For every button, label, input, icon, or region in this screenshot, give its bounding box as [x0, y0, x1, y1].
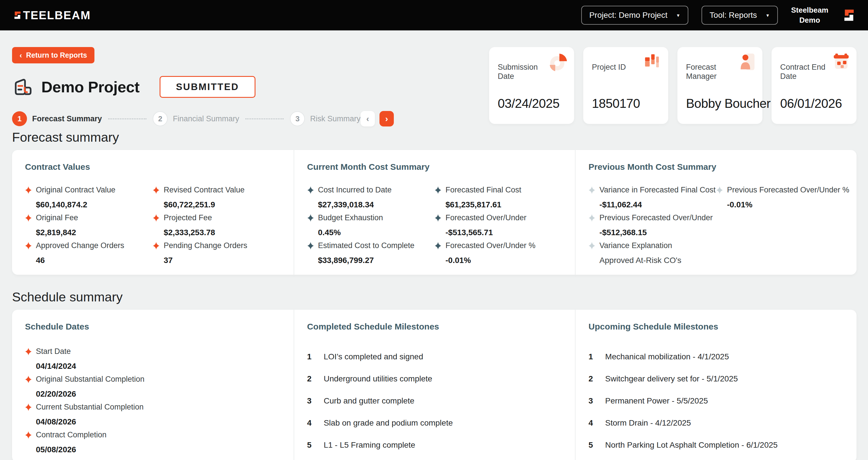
info-card-label: Submission Date [498, 63, 552, 81]
kv-value: $60,140,874.2 [36, 200, 153, 209]
milestone-number: 1 [588, 352, 595, 361]
chevron-left-icon: ‹ [366, 114, 369, 124]
milestone-text: Underground utilities complete [324, 374, 432, 384]
milestone-number: 3 [588, 396, 595, 405]
milestone-number: 2 [588, 374, 595, 384]
milestone-row: 1 LOI’s completed and signed [307, 352, 562, 361]
star-icon [307, 242, 314, 250]
kv-label: Contract Completion [36, 430, 106, 439]
kv-estimated-cost-to-complete: Estimated Cost to Complete $33,896,799.2… [307, 241, 435, 265]
step-1-forecast-summary[interactable]: 1 [12, 111, 27, 126]
kv-value: 04/08/2026 [36, 417, 281, 426]
milestone-text: Mechanical mobilization - 4/1/2025 [605, 352, 729, 361]
chevron-left-icon: ‹ [20, 52, 22, 59]
tool-selector-dropdown[interactable]: Tool: Reports ▼ [702, 6, 778, 25]
star-icon [435, 187, 441, 194]
next-step-button[interactable]: › [379, 111, 394, 127]
kv-value: Approved At-Risk CO's [599, 256, 716, 265]
contract-values-card: Contract Values Original Contract Value … [12, 150, 293, 277]
bar-chart-icon [644, 53, 662, 71]
project-selector-label: Project: Demo Project [589, 11, 668, 20]
kv-label: Pending Change Orders [164, 241, 247, 250]
kv-value: -$11,062.44 [599, 200, 716, 209]
milestone-text: Switchgear delivery set for - 5/1/2025 [605, 374, 738, 384]
kv-value: 04/14/2024 [36, 362, 281, 371]
previous-month-cost-card: Previous Month Cost Summary Variance in … [575, 150, 857, 277]
milestone-row: 5 North Parking Lot Asphalt Completion -… [588, 440, 844, 450]
star-icon [588, 242, 595, 250]
steelbeam-wordmark: TEELBEAM [12, 9, 91, 22]
upcoming-milestones-heading: Upcoming Schedule Milestones [588, 322, 844, 331]
forecast-summary-heading: Forecast summary [12, 130, 857, 145]
milestone-row: 5 L1 - L5 Framing complete [307, 440, 562, 450]
return-to-reports-button[interactable]: ‹ Return to Reports [12, 47, 94, 63]
step-3-risk-summary[interactable]: 3 [290, 111, 305, 126]
milestone-row: 2 Underground utilities complete [307, 374, 562, 384]
milestone-text: Storm Drain - 4/12/2025 [605, 419, 691, 428]
info-card-label: Contract End Date [780, 63, 835, 81]
chevron-down-icon: ▼ [766, 13, 770, 18]
return-to-reports-label: Return to Reports [26, 51, 87, 59]
milestone-row: 3 Permanent Power - 5/5/2025 [588, 396, 844, 405]
milestone-text: North Parking Lot Asphalt Completion - 6… [605, 440, 778, 450]
kv-value: -0.01% [445, 256, 562, 265]
pie-chart-icon [548, 53, 568, 73]
schedule-dates-card: Schedule Dates Start Date 04/14/2024 Ori… [12, 310, 293, 460]
main-content: ‹ Return to Reports Demo Project SUBMITT… [0, 30, 868, 460]
kv-previous-forecasted-over-under: Previous Forecasted Over/Under -$512,368… [588, 213, 716, 237]
milestone-number: 2 [307, 374, 313, 384]
milestone-number: 5 [588, 440, 595, 450]
step-number: 1 [18, 114, 22, 123]
step-2-financial-summary[interactable]: 2 [153, 111, 167, 126]
project-selector-dropdown[interactable]: Project: Demo Project ▼ [581, 6, 688, 25]
chevron-down-icon: ▼ [676, 13, 680, 18]
step-number: 3 [296, 114, 299, 123]
kv-label: Start Date [36, 347, 71, 356]
account-name: Steelbeam Demo [791, 5, 828, 25]
milestone-row: 2 Switchgear delivery set for - 5/1/2025 [588, 374, 844, 384]
star-icon [25, 376, 32, 383]
milestone-row: 1 Mechanical mobilization - 4/1/2025 [588, 352, 844, 361]
kv-label: Variance Explanation [599, 241, 672, 250]
top-navigation-bar: TEELBEAM Project: Demo Project ▼ Tool: R… [0, 0, 868, 30]
star-icon [307, 187, 314, 194]
milestone-row: 4 Slab on grade and podium complete [307, 419, 562, 428]
star-icon [25, 242, 32, 250]
kv-value: $27,339,018.34 [318, 200, 435, 209]
star-icon [25, 348, 32, 355]
kv-original-substantial-completion: Original Substantial Completion 02/20/20… [25, 375, 281, 399]
milestone-text: L1 - L5 Framing complete [324, 440, 415, 450]
forecast-manager-card: Forecast Manager Bobby Boucher [677, 47, 763, 124]
previous-step-button[interactable]: ‹ [361, 111, 375, 127]
kv-value: $2,333,253.78 [164, 228, 280, 237]
kv-value: 46 [36, 256, 153, 265]
kv-contract-completion: Contract Completion 05/08/2026 [25, 430, 281, 454]
tool-selector-label: Tool: Reports [710, 11, 757, 20]
kv-previous-forecasted-over-under-pct: Previous Forecasted Over/Under % -0.01% [716, 186, 844, 209]
star-icon [588, 187, 595, 194]
info-card-value: 06/01/2026 [780, 96, 842, 111]
kv-label: Forecasted Over/Under % [445, 241, 536, 250]
kv-label: Original Substantial Completion [36, 375, 144, 384]
kv-cost-incurred-to-date: Cost Incurred to Date $27,339,018.34 [307, 186, 435, 209]
schedule-summary-panel: Schedule Dates Start Date 04/14/2024 Ori… [12, 310, 857, 460]
kv-start-date: Start Date 04/14/2024 [25, 347, 281, 371]
milestone-number: 1 [307, 352, 313, 361]
step-2-label: Financial Summary [173, 114, 239, 123]
kv-label: Cost Incurred to Date [318, 186, 392, 194]
milestone-text: Slab on grade and podium complete [324, 419, 453, 428]
milestone-row: 4 Storm Drain - 4/12/2025 [588, 419, 844, 428]
upcoming-milestones-card: Upcoming Schedule Milestones 1 Mechanica… [575, 310, 857, 460]
kv-label: Budget Exhaustion [318, 213, 383, 222]
kv-current-substantial-completion: Current Substantial Completion 04/08/202… [25, 403, 281, 426]
account-name-line2: Demo [791, 15, 828, 25]
kv-value: $60,722,251.9 [164, 200, 280, 209]
step-connector [108, 119, 146, 119]
current-month-heading: Current Month Cost Summary [307, 162, 562, 172]
person-icon [737, 53, 756, 72]
kv-value: $61,235,817.61 [445, 200, 562, 209]
kv-label: Original Fee [36, 213, 78, 222]
steelbeam-logo-icon [842, 7, 857, 23]
milestone-row: 3 Curb and gutter complete [307, 396, 562, 405]
kv-value: 05/08/2026 [36, 445, 281, 454]
